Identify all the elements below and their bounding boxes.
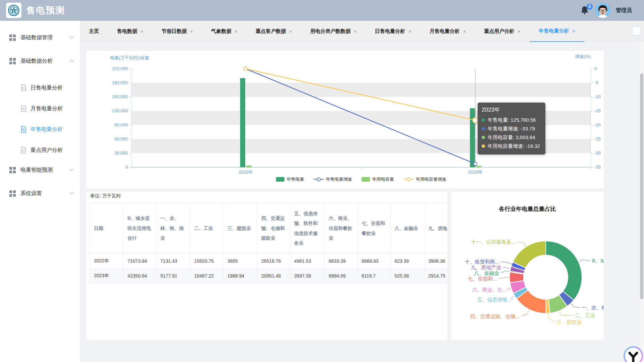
- grid-icon: [9, 167, 16, 173]
- tooltip-rows: 年售电量: 125,780.56年售电量增速: -33.79年用电容量: 3,0…: [482, 116, 540, 150]
- sidebar-item-label: 基础数据分析: [20, 58, 69, 65]
- pie-label-line: [503, 267, 510, 268]
- tab-9[interactable]: 年售电量分析×: [530, 21, 584, 42]
- tab-1[interactable]: 售电数据×: [108, 21, 153, 42]
- line-point-highlight[interactable]: [473, 118, 478, 123]
- tab-5[interactable]: 用电分类户数数据×: [301, 21, 366, 42]
- sidebar-item-0[interactable]: 基础数据管理: [0, 28, 80, 47]
- tab-close-icon[interactable]: ×: [409, 28, 412, 34]
- right-axis-tick: -20: [594, 122, 601, 127]
- sidebar-subitem-2[interactable]: 年售电量分析: [0, 119, 80, 140]
- sidebar-subitem-label: 重点用户分析: [31, 147, 63, 154]
- bar-年售电量-2022年[interactable]: [240, 78, 245, 167]
- legend-bar-marker: [362, 177, 370, 182]
- pie-label-line: [501, 271, 509, 273]
- tab-2[interactable]: 节假日数据×: [153, 21, 202, 42]
- table-column-header: 一、农、林、牧、渔业: [156, 203, 190, 254]
- pie-label: 八、金融业: [474, 270, 499, 276]
- tab-4[interactable]: 重点客户数据×: [247, 21, 301, 42]
- tab-close-icon[interactable]: ×: [354, 28, 357, 34]
- tab-8[interactable]: 重点用户分析×: [475, 21, 530, 42]
- tooltip-row-text: 年售电量: 125,780.56: [488, 116, 536, 124]
- left-axis-tick: 150,000: [112, 94, 128, 99]
- pie-slice-11[interactable]: [513, 241, 546, 268]
- table-column-header: 七、住宿和餐饮业: [358, 203, 390, 254]
- tooltip-row-text: 年用电容量: 3,003.84: [488, 133, 535, 142]
- table-cell: 823.39: [390, 254, 424, 268]
- table-cell: 10487.22: [190, 268, 223, 283]
- chevron-down-icon: [69, 192, 74, 195]
- table-column-header: B、城乡居民生活用电合计: [123, 203, 156, 254]
- right-axis-tick: 0: [594, 66, 597, 71]
- table-cell: 2914.75: [424, 268, 448, 283]
- notification-bell-icon[interactable]: 0: [580, 6, 590, 15]
- scrollbar-thumb[interactable]: [640, 73, 643, 299]
- tooltip-row: 年售电量增速: -33.79: [482, 124, 540, 133]
- page-scrollbar[interactable]: [639, 42, 644, 362]
- tab-close-icon[interactable]: ×: [289, 28, 292, 34]
- left-axis-tick: 90,000: [114, 122, 128, 127]
- legend-bar-marker: [276, 177, 284, 182]
- sidebar-subitem-label: 月售电量分析: [31, 105, 63, 112]
- tab-close-icon[interactable]: ×: [141, 28, 144, 34]
- table-column-header: 九、房地产业: [424, 203, 448, 254]
- sidebar-item-3[interactable]: 系统设置: [0, 184, 80, 203]
- table-cell: 8668.83: [358, 254, 390, 268]
- table-cell: 2022年: [90, 254, 123, 268]
- sidebar-subitem-1[interactable]: 月售电量分析: [0, 98, 80, 119]
- bar-年用电容量-2022年[interactable]: [246, 166, 252, 167]
- right-axis-tick: -5: [594, 80, 598, 85]
- table-column-header: 五、信息传输、软件和信息技术服务业: [290, 203, 325, 254]
- sidebar-item-1[interactable]: 基础数据分析: [0, 52, 80, 70]
- chevron-down-icon: [69, 169, 74, 171]
- donut-chart-title: 各行业年电量总量占比: [451, 205, 604, 213]
- sidebar-item-2[interactable]: 电量智能预测: [0, 161, 80, 179]
- legend-line-marker: [404, 177, 414, 182]
- assistant-float-button[interactable]: [623, 345, 644, 362]
- tab-label: 日售电量分析: [375, 28, 405, 35]
- grid-icon: [9, 35, 16, 41]
- bar-年售电量-2023年[interactable]: [470, 108, 475, 167]
- legend-label: 年售电量: [287, 176, 304, 182]
- tab-close-icon[interactable]: ×: [190, 28, 193, 34]
- tab-close-icon[interactable]: ×: [572, 28, 575, 34]
- table-cell: 2023年: [90, 268, 123, 283]
- tab-close-icon[interactable]: ×: [235, 28, 238, 34]
- chevron-down-icon: [69, 36, 74, 39]
- sidebar-subitem-0[interactable]: 日售电量分析: [0, 77, 80, 98]
- tab-label: 节假日数据: [162, 28, 187, 35]
- pie-label-line: [548, 314, 555, 322]
- table-column-header: 八、金融业: [390, 203, 424, 254]
- legend-item-3[interactable]: 年用电容量增速: [404, 176, 446, 182]
- sidebar-nav: 基础数据管理基础数据分析日售电量分析月售电量分析年售电量分析重点用户分析电量智能…: [0, 21, 80, 362]
- tab-close-icon[interactable]: ×: [518, 28, 521, 34]
- tab-extra-button[interactable]: [632, 26, 641, 36]
- user-avatar[interactable]: [595, 3, 610, 18]
- bar-年用电容量-2023年[interactable]: [476, 166, 481, 167]
- pie-label: 五、信息传输...: [477, 297, 512, 302]
- legend-item-0[interactable]: 年售电量: [276, 176, 304, 182]
- tooltip-title: 2023年: [482, 106, 540, 114]
- tab-7[interactable]: 月售电量分析×: [421, 21, 475, 42]
- tab-3[interactable]: 气象数据×: [202, 21, 247, 42]
- tab-0[interactable]: 主页: [80, 21, 108, 42]
- sidebar-subitem-label: 年售电量分析: [31, 126, 63, 133]
- table-cell: 525.38: [390, 268, 424, 283]
- legend-item-2[interactable]: 年用电容量: [362, 176, 394, 182]
- app-window: 售电预测 0: [0, 0, 644, 362]
- left-axis-tick: 120,000: [112, 108, 128, 113]
- left-axis-tick: 210,000: [112, 66, 128, 71]
- tab-6[interactable]: 日售电量分析×: [366, 21, 421, 42]
- line-point-highlight[interactable]: [474, 162, 477, 166]
- user-name[interactable]: 管理员: [616, 7, 632, 14]
- pie-slice-0[interactable]: [546, 241, 582, 300]
- tab-close-icon[interactable]: ×: [463, 28, 466, 34]
- series-color-dot: [482, 136, 485, 139]
- legend-label: 年用电容量: [372, 176, 394, 182]
- pie-label: 六、商业、住...: [472, 287, 506, 293]
- legend-item-1[interactable]: 年售电量增速: [314, 176, 352, 182]
- table-cell: 15520.75: [190, 254, 223, 268]
- table-cell: 7131.43: [156, 254, 190, 268]
- series-color-dot: [482, 144, 485, 148]
- sidebar-subitem-3[interactable]: 重点用户分析: [0, 140, 80, 161]
